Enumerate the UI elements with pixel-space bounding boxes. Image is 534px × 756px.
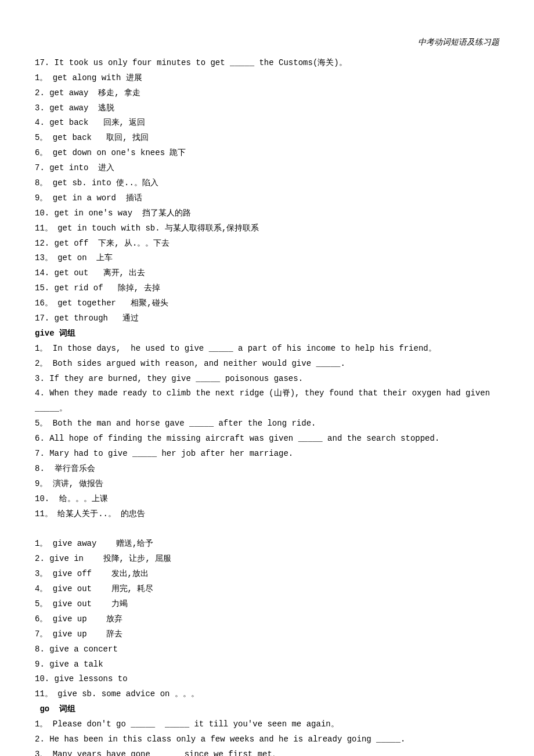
text-line: 2. give in 投降, 让步, 屈服 xyxy=(35,552,511,567)
text-line: 8. give a concert xyxy=(35,642,511,657)
text-line: 17. It took us only four minutes to get … xyxy=(35,56,511,71)
text-line: 10. give lessons to xyxy=(35,672,511,687)
text-line: 1。 get along with 进展 xyxy=(35,71,511,86)
text-line xyxy=(35,522,511,537)
text-line: 11。 give sb. some advice on 。。。 xyxy=(35,687,511,702)
text-line: 4。 give out 用完, 耗尽 xyxy=(35,582,511,597)
text-line: 2. He has been in this class only a few … xyxy=(35,732,511,747)
text-line: 1。 In those days, he used to give _____ … xyxy=(35,341,511,357)
text-line: 7. Mary had to give _____ her job after … xyxy=(35,447,511,462)
text-line: 3。 give off 发出,放出 xyxy=(35,567,511,582)
text-line: 4. When they made ready to climb the nex… xyxy=(35,386,511,416)
text-line: 7. get into 进入 xyxy=(35,161,511,176)
text-line: 5。 get back 取回, 找回 xyxy=(35,131,511,146)
text-line: 14. get out 离开, 出去 xyxy=(35,266,511,281)
text-line: 5。 Both the man and horse gave _____ aft… xyxy=(35,416,511,431)
text-line: 6。 get down on one's knees 跪下 xyxy=(35,146,511,161)
text-line: 9。 get in a word 插话 xyxy=(35,191,511,206)
text-line: 11。 get in touch with sb. 与某人取得联系,保持联系 xyxy=(35,221,511,236)
text-line: go 词组 xyxy=(35,702,511,717)
text-line: 17. get through 通过 xyxy=(35,311,511,326)
text-line: 9。 演讲, 做报告 xyxy=(35,477,511,492)
text-line: 12. get off 下来, 从.。。下去 xyxy=(35,236,511,251)
page-header: 中考动词短语及练习题 xyxy=(35,35,511,50)
text-line: 3。 Many years have gone _____ since we f… xyxy=(35,747,511,756)
text-line: 3. If they are burned, they give _____ p… xyxy=(35,372,511,387)
text-line: 16。 get together 相聚,碰头 xyxy=(35,296,511,311)
text-line: 13。 get on 上车 xyxy=(35,251,511,266)
text-line: 4. get back 回来, 返回 xyxy=(35,116,511,131)
text-line: 8。 get sb. into 使..。陷入 xyxy=(35,176,511,191)
text-line: 15. get rid of 除掉, 去掉 xyxy=(35,281,511,296)
text-line: 1。 Please don't go _____ _____ it till y… xyxy=(35,717,511,732)
text-line: 2. get away 移走, 拿走 xyxy=(35,86,511,101)
text-line: 2。 Both sides argued with reason, and ne… xyxy=(35,357,511,372)
text-line: 10. get in one's way 挡了某人的路 xyxy=(35,206,511,221)
text-line: 11。 给某人关于..。 的忠告 xyxy=(35,507,511,522)
document-body: 17. It took us only four minutes to get … xyxy=(35,56,511,756)
text-line: 7。 give up 辞去 xyxy=(35,627,511,642)
text-line: 6. All hope of finding the missing aircr… xyxy=(35,431,511,447)
text-line: 1。 give away 赠送,给予 xyxy=(35,537,511,552)
text-line: 9. give a talk xyxy=(35,657,511,672)
text-line: 10. 给。。。上课 xyxy=(35,492,511,507)
text-line: 8. 举行音乐会 xyxy=(35,462,511,477)
text-line: 3. get away 逃脱 xyxy=(35,101,511,116)
text-line: give 词组 xyxy=(35,326,511,341)
text-line: 6。 give up 放弃 xyxy=(35,612,511,627)
text-line: 5。 give out 力竭 xyxy=(35,597,511,612)
